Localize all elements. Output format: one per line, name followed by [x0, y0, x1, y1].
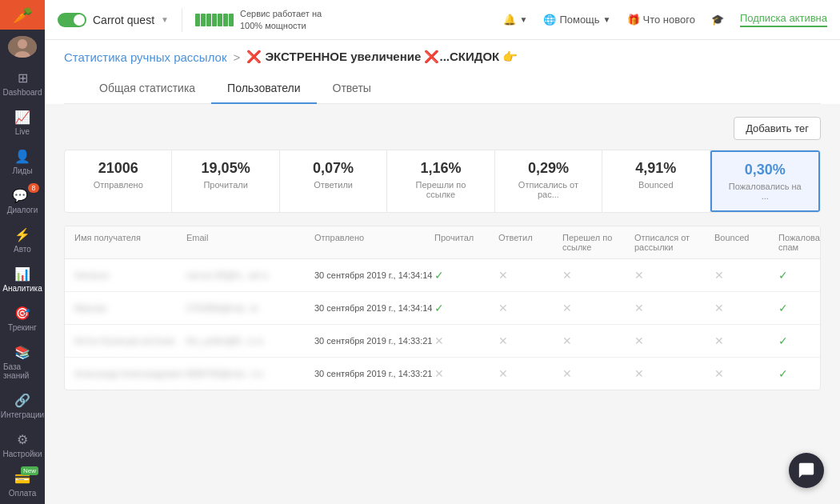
- sidebar-item-label: Настройки: [2, 450, 42, 458]
- chat-widget[interactable]: [789, 453, 824, 488]
- recipient-email: 8680796@mai...l.ru: [186, 369, 314, 378]
- th-read: Прочитал: [434, 233, 498, 252]
- recipient-email: 276390b@mai...le: [186, 303, 314, 313]
- analytics-icon: 📊: [14, 266, 30, 282]
- tabs: Общая статистика Пользователи Ответы: [64, 74, 821, 104]
- dialogs-icon: 💬: [12, 188, 28, 203]
- stat-complained-value: 0,30%: [725, 162, 806, 178]
- stat-bounced[interactable]: 4,91% Bounced: [602, 150, 710, 212]
- notifications-chevron: ▼: [519, 15, 527, 24]
- recipient-name: Антон Кузнецов антонов: [74, 336, 186, 346]
- clicked-cross: ✕: [562, 269, 634, 282]
- unsubscribed-cross: ✕: [634, 302, 714, 314]
- sidebar-item-payment[interactable]: 💳 New Оплата: [0, 465, 45, 504]
- battery-icon: [195, 14, 234, 26]
- breadcrumb-bar: Статистика ручных рассылок > ❌ ЭКСТРЕННО…: [45, 40, 840, 104]
- sidebar-item-label: Авто: [14, 245, 31, 254]
- sidebar-item-leads[interactable]: 👤 Лиды: [0, 142, 45, 182]
- read-check: ✓: [434, 302, 498, 314]
- sidebar-item-knowledge[interactable]: 📚 База знаний: [0, 338, 45, 386]
- sidebar-item-dialogs[interactable]: 💬 8 Диалоги: [0, 182, 45, 221]
- main-area: Carrot quest ▼ Сервис работает на 100% м…: [45, 0, 840, 504]
- graduation-icon: 🎓: [711, 14, 724, 26]
- sidebar-item-label: Dashboard: [3, 88, 42, 97]
- complained-check: ✓: [778, 269, 821, 282]
- topbar-help[interactable]: 🌐 Помощь ▼: [543, 14, 610, 26]
- stat-read-value: 19,05%: [185, 160, 266, 177]
- sidebar-item-tracking[interactable]: 🎯 Трекинг: [0, 299, 45, 338]
- unsubscribed-cross: ✕: [634, 269, 714, 282]
- sidebar-item-auto[interactable]: ⚡ Авто: [0, 221, 45, 260]
- topbar-notifications[interactable]: 🔔 ▼: [503, 14, 527, 26]
- topbar-divider: [182, 8, 182, 32]
- recipient-name: Александр Александрович: [74, 369, 186, 378]
- th-complained: Пожаловался на спам: [778, 233, 821, 252]
- breadcrumb-parent[interactable]: Статистика ручных рассылок: [64, 50, 226, 64]
- stat-sent-value: 21006: [78, 160, 158, 177]
- table-row[interactable]: Антон Кузнецов антонов the_ant0n@fil...e…: [65, 325, 820, 358]
- stat-read-label: Прочитали: [185, 180, 266, 190]
- stat-sent-label: Отправлено: [78, 180, 158, 190]
- stat-sent[interactable]: 21006 Отправлено: [65, 150, 172, 212]
- brand-chevron-icon: ▼: [161, 15, 169, 24]
- dashboard-icon: ⊞: [18, 70, 28, 86]
- topbar-graduation[interactable]: 🎓: [711, 14, 724, 26]
- table-row[interactable]: Наталья nat.am.95@m...ail.ru 30 сентября…: [65, 259, 820, 292]
- breadcrumb-current: ❌ ЭКСТРЕННОЕ увеличение ❌...СКИДОК 👉: [246, 50, 518, 64]
- unsubscribed-cross: ✕: [634, 367, 714, 380]
- stat-complained[interactable]: 0,30% Пожаловались на ...: [710, 150, 820, 212]
- table-row[interactable]: Максим 276390b@mai...le 30 сентября 2019…: [65, 292, 820, 325]
- th-replied: Ответил: [498, 233, 562, 252]
- integrations-icon: 🔗: [14, 393, 30, 408]
- read-cross: ✕: [434, 367, 498, 380]
- sidebar-item-label: База знаний: [3, 362, 42, 380]
- sidebar-item-settings[interactable]: ⚙ Настройки: [0, 426, 45, 465]
- tab-users[interactable]: Пользователи: [211, 74, 316, 104]
- topbar-nav: 🔔 ▼ 🌐 Помощь ▼ 🎁 Что нового 🎓 Подписка а…: [503, 12, 827, 27]
- stat-replied[interactable]: 0,07% Ответили: [280, 150, 387, 212]
- sidebar-item-integrations[interactable]: 🔗 Интеграции: [0, 386, 45, 426]
- recipient-name: Максим: [74, 303, 186, 313]
- stat-unsubscribed[interactable]: 0,29% Отписались от рас...: [495, 150, 602, 212]
- complained-check: ✓: [778, 302, 821, 314]
- sidebar-logo[interactable]: 🥕: [0, 0, 45, 30]
- stat-clicked-label: Перешли по ссылке: [400, 180, 481, 199]
- bounced-cross: ✕: [714, 302, 778, 314]
- sidebar-item-dashboard[interactable]: ⊞ Dashboard: [0, 64, 45, 103]
- complained-check: ✓: [778, 334, 821, 347]
- auto-icon: ⚡: [14, 227, 30, 242]
- topbar-whats-new[interactable]: 🎁 Что нового: [627, 14, 695, 26]
- add-tag-button[interactable]: Добавить тег: [734, 117, 821, 140]
- brand[interactable]: Carrot quest ▼: [58, 13, 169, 27]
- tab-general[interactable]: Общая статистика: [83, 74, 211, 104]
- sent-date: 30 сентября 2019 г., 14:33:21: [314, 369, 434, 378]
- sidebar-item-analytics[interactable]: 📊 Аналитика: [0, 260, 45, 299]
- table-row[interactable]: Александр Александрович 8680796@mai...l.…: [65, 358, 820, 390]
- stat-read[interactable]: 19,05% Прочитали: [172, 150, 279, 212]
- th-name: Имя получателя: [74, 233, 186, 252]
- recipient-name: Наталья: [74, 270, 186, 280]
- replied-cross: ✕: [498, 334, 562, 347]
- tab-answers[interactable]: Ответы: [317, 74, 387, 104]
- th-bounced: Bounced: [714, 233, 778, 252]
- stat-replied-value: 0,07%: [293, 160, 374, 177]
- svg-point-1: [18, 39, 27, 49]
- stat-clicked[interactable]: 1,16% Перешли по ссылке: [387, 150, 494, 212]
- sidebar-item-live[interactable]: 📈 Live: [0, 103, 45, 142]
- add-tag-row: Добавить тег: [64, 117, 821, 140]
- toggle-switch[interactable]: [58, 13, 86, 27]
- help-globe-icon: 🌐: [543, 14, 556, 26]
- clicked-cross: ✕: [562, 367, 634, 380]
- recipient-email: the_ant0n@fil...e.ru: [186, 336, 314, 346]
- data-table: Имя получателя Email Отправлено Прочитал…: [64, 226, 821, 390]
- stat-bounced-value: 4,91%: [615, 160, 696, 177]
- sidebar-item-label: Трекинг: [8, 323, 37, 332]
- new-badge: New: [21, 466, 38, 475]
- table-header: Имя получателя Email Отправлено Прочитал…: [65, 226, 820, 259]
- stat-complained-label: Пожаловались на ...: [725, 182, 806, 201]
- stat-unsubscribed-value: 0,29%: [508, 160, 589, 177]
- avatar[interactable]: [8, 36, 37, 58]
- th-sent: Отправлено: [314, 233, 434, 252]
- sidebar-item-label: Интеграции: [1, 410, 44, 419]
- help-chevron: ▼: [603, 15, 611, 24]
